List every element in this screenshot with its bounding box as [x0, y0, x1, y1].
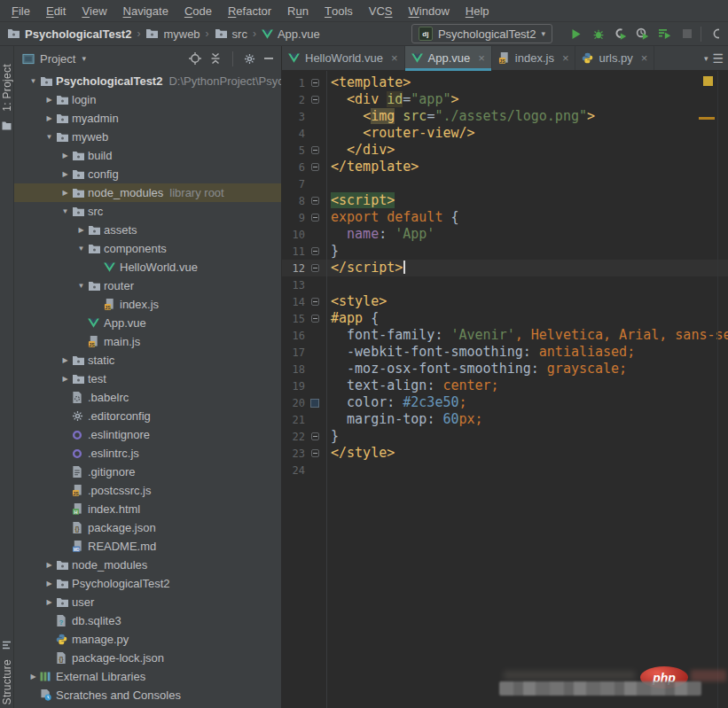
breadcrumb-app-vue[interactable]: App.vue — [262, 27, 320, 41]
tree-item-build[interactable]: ▶build — [14, 146, 281, 165]
tree-item-config[interactable]: ▶config — [14, 165, 281, 183]
fold-start-icon[interactable] — [311, 315, 319, 323]
editor-tab-app-vue[interactable]: App.vue× — [405, 46, 492, 70]
code-line-14[interactable]: <style> — [327, 293, 728, 310]
code-line-18[interactable]: -moz-osx-font-smoothing: grayscale; — [327, 361, 728, 377]
collapse-all-button[interactable] — [209, 52, 222, 65]
fold-end-icon[interactable] — [311, 432, 319, 440]
tree-item-main-js[interactable]: JSmain.js — [14, 332, 281, 351]
code-line-15[interactable]: #app { — [327, 310, 728, 327]
collapsed-arrow-icon[interactable]: ▶ — [43, 114, 56, 122]
expanded-arrow-icon[interactable]: ▼ — [59, 207, 72, 215]
collapsed-arrow-icon[interactable]: ▶ — [59, 189, 72, 197]
menu-navigate[interactable]: Navigate — [115, 0, 176, 21]
menu-edit[interactable]: Edit — [38, 0, 74, 21]
tree-item-postcssrc-js[interactable]: JS.postcssrc.js — [14, 481, 281, 500]
fold-end-icon[interactable] — [311, 247, 319, 255]
tree-item-static[interactable]: ▶static — [14, 351, 281, 370]
editor-tab-index-js[interactable]: JSindex.js× — [492, 46, 576, 70]
tab-list-icon[interactable]: ☰ — [712, 51, 723, 66]
code-line-22[interactable]: } — [327, 428, 728, 445]
tree-item-manage-py[interactable]: manage.py — [14, 630, 281, 649]
code-line-11[interactable]: } — [327, 243, 728, 260]
collapsed-arrow-icon[interactable]: ▶ — [59, 152, 72, 159]
tree-item-readme-md[interactable]: MDREADME.md — [14, 537, 281, 556]
tree-item-eslintrc-js[interactable]: .eslintrc.js — [14, 444, 281, 463]
code-line-23[interactable]: </style> — [327, 445, 728, 462]
tree-item-node-modules[interactable]: ▶node_moduleslibrary root — [14, 183, 281, 202]
collapsed-arrow-icon[interactable]: ▶ — [43, 96, 56, 104]
expanded-arrow-icon[interactable]: ▼ — [74, 282, 88, 290]
tree-item-eslintignore[interactable]: .eslintignore — [14, 425, 281, 444]
tool-window-button-project[interactable]: 1: Project — [0, 64, 13, 134]
code-line-24[interactable] — [327, 462, 728, 478]
collapsed-arrow-icon[interactable]: ▶ — [43, 598, 56, 606]
settings-button[interactable] — [244, 53, 255, 65]
expanded-arrow-icon[interactable]: ▼ — [43, 133, 56, 141]
collapsed-arrow-icon[interactable]: ▶ — [27, 673, 40, 681]
run-button[interactable] — [565, 23, 587, 44]
tree-item-psychologicaltest2[interactable]: ▼PsychologicalTest2D:\PythonProject\Psyc… — [14, 72, 281, 90]
menu-run[interactable]: Run — [279, 0, 317, 21]
code-line-10[interactable]: name: 'App' — [327, 226, 728, 243]
breadcrumb-psychologicaltest2[interactable]: PsychologicalTest2 — [7, 27, 131, 41]
code-line-21[interactable]: margin-top: 60px; — [327, 411, 728, 428]
code-line-3[interactable]: <img src="./assets/logo.png"> — [327, 108, 728, 125]
tree-item-db-sqlite3[interactable]: ?db.sqlite3 — [14, 611, 281, 630]
code-line-16[interactable]: font-family: 'Avenir', Helvetica, Arial,… — [327, 327, 728, 344]
code-line-9[interactable]: export default { — [327, 209, 728, 226]
debug-button[interactable] — [587, 23, 609, 44]
fold-start-icon[interactable] — [311, 96, 319, 104]
fold-end-icon[interactable] — [311, 163, 319, 171]
collapsed-arrow-icon[interactable]: ▶ — [59, 375, 72, 383]
tree-item-app-vue[interactable]: App.vue — [14, 314, 281, 332]
tree-item-gitignore[interactable]: .gitignore — [14, 463, 281, 481]
close-icon[interactable]: × — [562, 52, 569, 64]
editor-scrollbar[interactable] — [717, 71, 728, 708]
stop-button[interactable] — [676, 23, 698, 44]
tree-item-package-lock-json[interactable]: {}package-lock.json — [14, 649, 281, 667]
tree-item-babelrc[interactable]: .babelrc — [14, 388, 281, 407]
tree-item-index-html[interactable]: Hindex.html — [14, 500, 281, 518]
tree-item-external-libraries[interactable]: ▶External Libraries — [14, 667, 281, 686]
close-icon[interactable]: × — [391, 52, 398, 64]
tree-item-assets[interactable]: ▶assets — [14, 221, 281, 239]
collapsed-arrow-icon[interactable]: ▶ — [43, 580, 56, 587]
project-panel-title[interactable]: Project — [40, 52, 75, 66]
fold-start-icon[interactable] — [311, 197, 319, 205]
warning-stripe-mark[interactable] — [699, 117, 715, 120]
hide-button[interactable] — [263, 53, 274, 64]
fold-start-icon[interactable] — [311, 79, 319, 87]
menu-view[interactable]: View — [74, 0, 114, 21]
chevron-down-icon[interactable]: ▾ — [82, 54, 86, 63]
tree-item-user[interactable]: ▶user — [14, 593, 281, 611]
locate-button[interactable] — [189, 52, 201, 65]
code-line-6[interactable]: </template> — [327, 159, 728, 175]
tree-item-login[interactable]: ▶login — [14, 90, 281, 109]
code-line-13[interactable] — [327, 276, 728, 293]
menu-help[interactable]: Help — [458, 0, 497, 21]
fold-start-icon[interactable] — [311, 298, 319, 306]
concurrency-diagram-button[interactable] — [654, 23, 676, 44]
collapsed-arrow-icon[interactable]: ▶ — [59, 170, 72, 178]
expanded-arrow-icon[interactable]: ▼ — [27, 77, 40, 85]
tree-item-helloworld-vue[interactable]: HelloWorld.vue — [14, 258, 281, 276]
menu-window[interactable]: Window — [401, 0, 458, 21]
fold-start-icon[interactable] — [311, 214, 319, 222]
menu-refactor[interactable]: Refactor — [220, 0, 279, 21]
tree-item-psychologicaltest2[interactable]: ▶PsychologicalTest2 — [14, 574, 281, 593]
tree-item-src[interactable]: ▼src — [14, 202, 281, 221]
code-line-1[interactable]: <template> — [327, 74, 728, 91]
code-line-19[interactable]: text-align: center; — [327, 377, 728, 394]
tree-item-package-json[interactable]: {}package.json — [14, 518, 281, 537]
menu-tools[interactable]: Tools — [317, 0, 361, 21]
breadcrumb-myweb[interactable]: myweb — [145, 27, 200, 41]
code-line-7[interactable] — [327, 175, 728, 192]
inspection-indicator[interactable] — [703, 76, 713, 86]
code-area[interactable]: <template> <div id="app"> <img src="./as… — [327, 71, 728, 708]
fold-end-icon[interactable] — [311, 146, 319, 154]
editor-tab-urls-py[interactable]: urls.py× — [575, 46, 654, 70]
search-button[interactable] — [704, 23, 726, 44]
menu-code[interactable]: Code — [176, 0, 220, 21]
tree-item-test[interactable]: ▶test — [14, 370, 281, 388]
